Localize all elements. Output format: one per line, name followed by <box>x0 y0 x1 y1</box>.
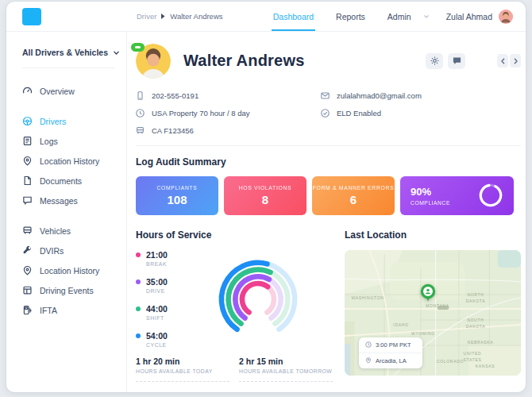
map[interactable]: WASHINGTONMONTANANORTH DAKOTASOUTH DAKOT… <box>345 250 521 376</box>
user-menu[interactable]: Zulal Ahmad <box>446 10 513 24</box>
top-bar: Driver Walter Andrews Dashboard Reports … <box>6 2 526 32</box>
sidebar-item-driving-events[interactable]: Driving Events <box>22 280 126 300</box>
location-info-card: 3:00 PM PKT Arcadia, LA <box>359 337 422 368</box>
gear-icon <box>430 56 439 65</box>
document-icon <box>22 175 33 186</box>
fleet-filter-label: All Drivers & Vehicles <box>22 48 108 57</box>
map-pin-icon <box>22 156 33 166</box>
chat-icon <box>22 195 33 206</box>
gauge-icon <box>22 86 33 96</box>
fleet-filter-dropdown[interactable]: All Drivers & Vehicles <box>22 48 126 57</box>
breadcrumb-parent-link[interactable]: Driver <box>137 12 156 21</box>
breadcrumb-arrow-icon <box>161 13 165 19</box>
sidebar-item-location-history[interactable]: Location History <box>22 151 126 171</box>
location-place: Arcadia, LA <box>376 357 407 364</box>
mail-icon <box>321 91 330 100</box>
hos-availability: 1 hr 20 min HOURS AVAILABLE TODAY 2 hr 1… <box>136 357 333 382</box>
phone-icon <box>136 91 145 100</box>
license-row: CA F123456 <box>136 126 321 135</box>
sidebar-item-vehicles[interactable]: Vehicles <box>22 221 126 241</box>
map-state-label: SOUTH DAKOTA <box>457 317 494 330</box>
legend-dot <box>136 252 141 257</box>
user-name: Zulal Ahmad <box>446 12 492 21</box>
hours-available-today: 1 hr 20 min HOURS AVAILABLE TODAY <box>136 357 229 382</box>
sidebar-item-location-history[interactable]: Location History <box>22 260 126 280</box>
email-value: zulalahmad0@gmail.com <box>337 91 422 100</box>
sidebar-divider <box>22 67 115 68</box>
clock-icon <box>365 341 372 348</box>
legend-dot <box>136 333 141 338</box>
nav-tab-dashboard[interactable]: Dashboard <box>273 2 314 31</box>
check-circle-icon <box>321 109 330 118</box>
location-place-row: Arcadia, LA <box>359 353 422 368</box>
hours-of-service-panel: Hours of Service 21:00BREAK35:00DRIVE44:… <box>136 229 333 382</box>
eld-row: ELD Enabled <box>321 109 506 118</box>
log-audit-summary: Log Audit Summary COMPLIANTS 108 HOS VIO… <box>136 156 521 215</box>
chevron-left-icon <box>501 58 505 64</box>
hos-radial-chart <box>188 250 323 350</box>
settings-button[interactable] <box>426 53 443 69</box>
top-nav: Dashboard Reports Admin Zulal Ahmad <box>251 2 513 31</box>
app-logo[interactable] <box>22 8 41 25</box>
phone-value: 202-555-0191 <box>152 91 199 100</box>
hos-legend-item-drive: 35:00DRIVE <box>136 277 188 294</box>
hos-legend-item-shift: 44:00SHIFT <box>136 304 188 321</box>
wrench-icon <box>22 245 33 256</box>
sidebar-item-documents[interactable]: Documents <box>22 171 126 191</box>
ruleset-row: USA Property 70 hour / 8 day <box>136 109 321 118</box>
map-state-label: IDAHO <box>383 322 419 328</box>
logs-icon <box>22 136 33 146</box>
breadcrumb-current: Walter Andrews <box>170 12 222 21</box>
chevron-down-icon[interactable] <box>424 15 429 18</box>
map-state-label: NORTH DAKOTA <box>457 291 494 304</box>
hos-violations-card: HOS VIOLATIONS 8 <box>224 176 306 215</box>
clock-icon <box>136 109 145 118</box>
last-location-title: Last Location <box>345 229 521 241</box>
map-state-label: WYOMING <box>405 330 441 337</box>
map-state-label: COLORADO <box>432 358 468 364</box>
nav-tab-reports[interactable]: Reports <box>336 2 365 31</box>
app-window: Driver Walter Andrews Dashboard Reports … <box>6 2 526 392</box>
form-manner-errors-card: FORM & MANNER ERRORS 6 <box>312 176 395 215</box>
sidebar-item-messages[interactable]: Messages <box>22 191 126 210</box>
chevron-right-icon <box>514 58 518 64</box>
hos-legend-item-break: 21:00BREAK <box>136 250 188 267</box>
map-pin-icon <box>22 265 33 276</box>
sidebar: All Drivers & Vehicles OverviewDriversLo… <box>6 32 127 392</box>
hours-available-tomorrow: 2 hr 15 min HOURS AVAILABLE TOMORROW <box>239 357 333 382</box>
compliance-ring <box>478 183 503 208</box>
main-content: Walter Andrews <box>127 32 526 392</box>
chevron-down-icon <box>114 51 119 55</box>
hours-of-service-title: Hours of Service <box>136 229 333 241</box>
nav-tab-admin[interactable]: Admin <box>387 2 411 31</box>
driving-status-badge <box>131 43 145 52</box>
log-audit-title: Log Audit Summary <box>136 156 521 168</box>
section-divider <box>136 145 521 146</box>
next-driver-button[interactable] <box>510 54 521 67</box>
location-time: 3:00 PM PKT <box>376 341 411 349</box>
sidebar-item-drivers[interactable]: Drivers <box>22 111 126 131</box>
driver-pager <box>497 54 521 67</box>
sidebar-item-logs[interactable]: Logs <box>22 131 126 151</box>
legend-dot <box>136 279 141 284</box>
map-state-label: KANSAS <box>467 363 503 369</box>
sidebar-item-ifta[interactable]: IFTA <box>22 300 126 320</box>
previous-driver-button[interactable] <box>497 54 508 67</box>
driver-location-pin[interactable] <box>420 283 436 306</box>
audit-cards: COMPLIANTS 108 HOS VIOLATIONS 8 FORM & M… <box>136 176 521 215</box>
message-button[interactable] <box>448 53 465 69</box>
driver-avatar <box>136 44 171 79</box>
sidebar-item-overview[interactable]: Overview <box>22 81 126 101</box>
ruleset-value: USA Property 70 hour / 8 day <box>152 109 250 118</box>
sidebar-item-dvirs[interactable]: DVIRs <box>22 241 126 260</box>
driver-details: 202-555-0191 USA Property 70 hour / 8 da… <box>136 91 521 135</box>
truck-icon <box>22 225 33 236</box>
license-value: CA F123456 <box>152 126 194 135</box>
map-pin-icon <box>365 357 372 364</box>
grid-icon <box>22 285 33 295</box>
compliants-card: COMPLIANTS 108 <box>136 176 218 215</box>
email-row: zulalahmad0@gmail.com <box>321 91 506 100</box>
last-location-panel: Last Location <box>345 229 521 382</box>
eld-status-value: ELD Enabled <box>337 109 381 118</box>
compliance-card: 90% COMPLIANCE <box>400 176 514 215</box>
